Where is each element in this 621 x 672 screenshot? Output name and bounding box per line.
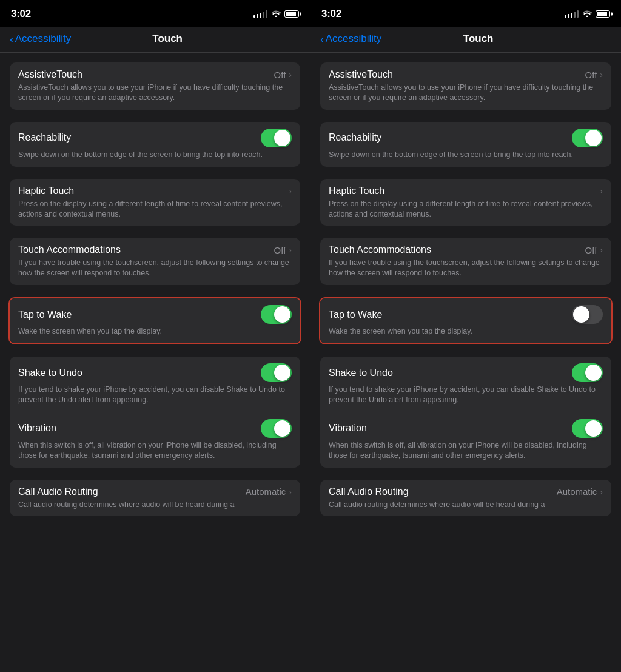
battery-icon xyxy=(596,10,610,18)
label-touch-accommodations: Touch Accommodations xyxy=(329,244,431,255)
settings-group-5: Shake to UndoIf you tend to shake your i… xyxy=(320,357,611,468)
label-touch-accommodations: Touch Accommodations xyxy=(18,244,121,255)
nav-title: Touch xyxy=(152,33,183,45)
back-button[interactable]: ‹Accessibility xyxy=(10,33,71,45)
status-time: 3:02 xyxy=(11,8,31,20)
toggle-tap-to-wake[interactable] xyxy=(261,305,292,324)
toggle-shake-to-undo[interactable] xyxy=(261,363,292,382)
settings-item-assistive-touch[interactable]: AssistiveTouchOff›AssistiveTouch allows … xyxy=(10,62,300,110)
right-shake-to-undo xyxy=(572,363,603,382)
wifi-icon xyxy=(271,9,281,19)
nav-bar: ‹AccessibilityTouch xyxy=(310,27,621,53)
back-button[interactable]: ‹Accessibility xyxy=(320,33,381,45)
settings-group-6: Call Audio RoutingAutomatic›Call audio r… xyxy=(320,480,611,517)
settings-item-vibration[interactable]: VibrationWhen this switch is off, all vi… xyxy=(320,412,611,468)
status-bar: 3:02 xyxy=(310,0,621,27)
value-call-audio-routing: Automatic xyxy=(557,486,597,497)
settings-item-call-audio-routing[interactable]: Call Audio RoutingAutomatic›Call audio r… xyxy=(10,480,300,517)
toggle-reachability[interactable] xyxy=(572,129,603,147)
chevron-icon: › xyxy=(600,487,603,497)
settings-group-6: Call Audio RoutingAutomatic›Call audio r… xyxy=(10,480,300,517)
label-shake-to-undo: Shake to Undo xyxy=(329,368,393,378)
chevron-icon: › xyxy=(289,70,292,79)
settings-item-vibration[interactable]: VibrationWhen this switch is off, all vi… xyxy=(10,412,300,468)
label-reachability: Reachability xyxy=(18,132,71,143)
chevron-icon: › xyxy=(600,186,603,196)
settings-item-touch-accommodations[interactable]: Touch AccommodationsOff›If you have trou… xyxy=(320,238,611,285)
nav-bar: ‹AccessibilityTouch xyxy=(0,27,310,53)
right-vibration xyxy=(572,419,603,438)
toggle-tap-to-wake[interactable] xyxy=(572,305,603,324)
settings-item-reachability[interactable]: ReachabilitySwipe down on the bottom edg… xyxy=(10,122,300,167)
settings-group-0: AssistiveTouchOff›AssistiveTouch allows … xyxy=(320,62,611,110)
back-label: Accessibility xyxy=(326,33,382,45)
desc-touch-accommodations: If you have trouble using the touchscree… xyxy=(329,258,603,278)
settings-item-tap-to-wake[interactable]: Tap to WakeWake the screen when you tap … xyxy=(10,298,300,343)
label-tap-to-wake: Tap to Wake xyxy=(329,309,382,320)
right-touch-accommodations: Off› xyxy=(585,245,603,255)
settings-group-4: Tap to WakeWake the screen when you tap … xyxy=(319,297,613,344)
label-call-audio-routing: Call Audio Routing xyxy=(329,486,409,497)
right-reachability xyxy=(261,129,292,147)
settings-group-1: ReachabilitySwipe down on the bottom edg… xyxy=(10,122,300,167)
desc-touch-accommodations: If you have trouble using the touchscree… xyxy=(18,258,292,278)
desc-vibration: When this switch is off, all vibration o… xyxy=(18,440,292,461)
right-haptic-touch: › xyxy=(600,186,603,196)
right-tap-to-wake xyxy=(261,305,292,324)
settings-item-haptic-touch[interactable]: Haptic Touch›Press on the display using … xyxy=(10,179,300,226)
settings-list: AssistiveTouchOff›AssistiveTouch allows … xyxy=(0,53,310,672)
toggle-reachability[interactable] xyxy=(261,129,292,147)
settings-item-touch-accommodations[interactable]: Touch AccommodationsOff›If you have trou… xyxy=(10,238,300,285)
label-reachability: Reachability xyxy=(329,132,381,143)
status-icons xyxy=(565,9,610,19)
toggle-vibration[interactable] xyxy=(572,419,603,438)
right-assistive-touch: Off› xyxy=(274,70,292,80)
right-reachability xyxy=(572,129,603,147)
right-call-audio-routing: Automatic› xyxy=(557,486,603,497)
right-vibration xyxy=(261,419,292,438)
value-assistive-touch: Off xyxy=(585,70,597,80)
desc-reachability: Swipe down on the bottom edge of the scr… xyxy=(329,150,603,160)
settings-group-3: Touch AccommodationsOff›If you have trou… xyxy=(10,238,300,285)
chevron-icon: › xyxy=(289,186,292,196)
desc-tap-to-wake: Wake the screen when you tap the display… xyxy=(329,326,603,337)
settings-item-tap-to-wake[interactable]: Tap to WakeWake the screen when you tap … xyxy=(320,298,611,343)
settings-list: AssistiveTouchOff›AssistiveTouch allows … xyxy=(310,53,621,672)
toggle-shake-to-undo[interactable] xyxy=(572,363,603,382)
desc-shake-to-undo: If you tend to shake your iPhone by acci… xyxy=(18,385,292,405)
back-label: Accessibility xyxy=(15,33,72,45)
chevron-icon: › xyxy=(289,487,292,497)
chevron-icon: › xyxy=(600,70,603,79)
status-bar: 3:02 xyxy=(0,0,310,27)
back-chevron-icon: ‹ xyxy=(10,33,14,45)
right-call-audio-routing: Automatic› xyxy=(246,486,292,497)
settings-group-5: Shake to UndoIf you tend to shake your i… xyxy=(10,357,300,468)
status-time: 3:02 xyxy=(321,8,341,20)
toggle-vibration[interactable] xyxy=(261,419,292,438)
settings-item-call-audio-routing[interactable]: Call Audio RoutingAutomatic›Call audio r… xyxy=(320,480,611,517)
nav-title: Touch xyxy=(463,33,494,45)
settings-item-assistive-touch[interactable]: AssistiveTouchOff›AssistiveTouch allows … xyxy=(320,62,611,110)
desc-assistive-touch: AssistiveTouch allows you to use your iP… xyxy=(18,82,292,103)
desc-tap-to-wake: Wake the screen when you tap the display… xyxy=(18,326,292,337)
settings-item-shake-to-undo[interactable]: Shake to UndoIf you tend to shake your i… xyxy=(320,357,611,412)
label-assistive-touch: AssistiveTouch xyxy=(18,69,82,80)
settings-item-reachability[interactable]: ReachabilitySwipe down on the bottom edg… xyxy=(320,122,611,167)
settings-group-2: Haptic Touch›Press on the display using … xyxy=(10,179,300,226)
value-assistive-touch: Off xyxy=(274,70,286,80)
desc-call-audio-routing: Call audio routing determines where audi… xyxy=(329,500,603,510)
label-shake-to-undo: Shake to Undo xyxy=(18,368,82,378)
value-call-audio-routing: Automatic xyxy=(246,486,286,497)
settings-item-shake-to-undo[interactable]: Shake to UndoIf you tend to shake your i… xyxy=(10,357,300,412)
wifi-icon xyxy=(582,9,592,19)
value-touch-accommodations: Off xyxy=(274,245,286,255)
desc-haptic-touch: Press on the display using a different l… xyxy=(18,199,292,220)
settings-item-haptic-touch[interactable]: Haptic Touch›Press on the display using … xyxy=(320,179,611,226)
label-assistive-touch: AssistiveTouch xyxy=(329,69,393,80)
right-assistive-touch: Off› xyxy=(585,70,603,80)
chevron-icon: › xyxy=(600,245,603,255)
right-touch-accommodations: Off› xyxy=(274,245,292,255)
label-vibration: Vibration xyxy=(18,423,56,434)
status-icons xyxy=(253,9,299,19)
desc-haptic-touch: Press on the display using a different l… xyxy=(329,199,603,220)
